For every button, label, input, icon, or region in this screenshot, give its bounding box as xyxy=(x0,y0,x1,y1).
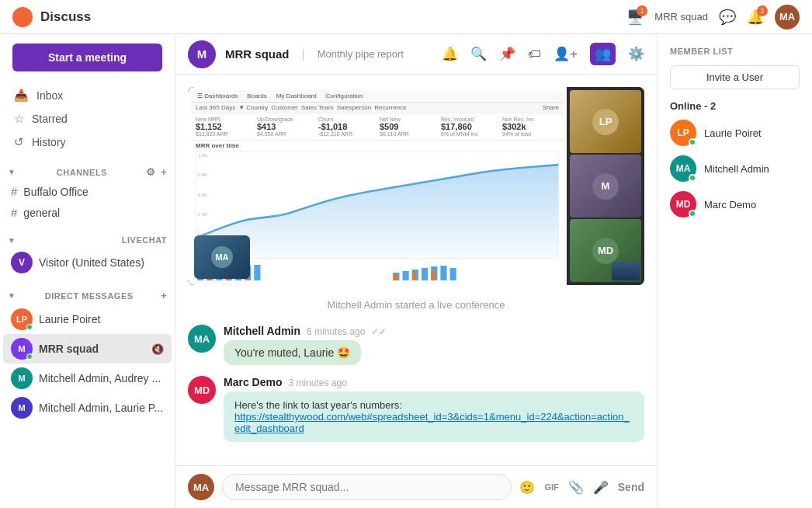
bar-chart-svg xyxy=(196,262,559,280)
dm-laurie-poiret[interactable]: LP Laurie Poiret xyxy=(3,304,172,334)
video-thumb-2: M xyxy=(570,155,641,217)
msg-text-marc: Here's the link to last year's numbers: xyxy=(234,399,402,411)
dm-collapse-icon[interactable]: ▼ xyxy=(8,291,16,300)
msg-link-marc[interactable]: https://stealthywood.com/web#spreadsheet… xyxy=(234,411,630,434)
sidebar-nav-label-history: History xyxy=(32,136,66,148)
channels-collapse-icon[interactable]: ▼ xyxy=(8,168,16,176)
channels-settings-icon[interactable]: ⚙ xyxy=(146,166,156,178)
filter-customer: Customer xyxy=(271,104,298,111)
livechat-visitor[interactable]: V Visitor (United States) xyxy=(3,248,172,277)
sidebar-nav-label-starred: Starred xyxy=(32,113,68,125)
message-marc: MD Marc Demo 3 minutes ago Here's the li… xyxy=(188,376,644,442)
member-avatar-laurie: LP xyxy=(670,120,696,146)
message-input-area: MA 🙂 GIF 📎 🎤 Send xyxy=(175,465,657,508)
user-avatar-header[interactable]: MA xyxy=(775,5,800,30)
dm-add-icon[interactable]: + xyxy=(161,290,167,301)
members-icon[interactable]: 👥 xyxy=(590,43,616,65)
svg-rect-11 xyxy=(403,271,409,280)
pin-icon[interactable]: 📌 xyxy=(499,46,515,62)
bell-icon[interactable]: 🔔 xyxy=(442,46,458,62)
channel-name-1: Buffalo Office xyxy=(23,186,88,198)
metric-updown: Up/Downgrade $413 $4,950 ARR xyxy=(257,117,314,137)
nav-my-dashboard[interactable]: My Dashboard xyxy=(273,92,320,100)
start-meeting-button[interactable]: Start a meeting xyxy=(12,43,162,71)
search-icon[interactable]: 🔍 xyxy=(470,46,487,62)
dm-mitchell-laurie[interactable]: M Mitchell Admin, Laurie P... xyxy=(3,393,172,423)
input-user-avatar: MA xyxy=(188,474,214,500)
sidebar-item-history[interactable]: ↺ History xyxy=(6,130,168,154)
main-body: Start a meeting 📥 Inbox ☆ Starred ↺ Hist… xyxy=(0,34,812,508)
svg-rect-17 xyxy=(393,274,397,280)
chat-icon[interactable]: 💬 xyxy=(719,9,736,26)
emoji-icon[interactable]: 🙂 xyxy=(519,480,535,495)
sidebar-item-inbox[interactable]: 📥 Inbox xyxy=(6,84,168,107)
visitor-name: Visitor (United States) xyxy=(39,256,144,269)
msg-bubble-mitchell: You're muted, Laurie 🤩 xyxy=(224,340,361,365)
attachment-icon[interactable]: 📎 xyxy=(568,480,584,495)
chat-messages: ☰ Dashboards Boards My Dashboard Configu… xyxy=(175,75,657,465)
message-input[interactable] xyxy=(222,474,512,500)
metric-churn: Churn -$1,018 -$12,210 ARR xyxy=(318,117,375,137)
msg-time-marc: 3 minutes ago xyxy=(288,378,346,388)
channels-add-icon[interactable]: + xyxy=(161,166,167,178)
send-button[interactable]: Send xyxy=(618,481,644,493)
msg-name-mitchell: Mitchell Admin xyxy=(224,325,300,337)
dm-actions: + xyxy=(161,290,167,301)
member-row-mitchell: MA Mitchell Admin xyxy=(670,155,800,182)
filter-recurrence: Recurrence xyxy=(374,104,406,111)
svg-rect-15 xyxy=(440,266,446,280)
channel-buffalo-office[interactable]: # Buffalo Office xyxy=(3,181,172,202)
dm-mrr-squad[interactable]: M MRR squad 🔇 xyxy=(3,334,172,364)
member-name-mitchell: Mitchell Admin xyxy=(704,163,769,175)
member-online-dot-laurie xyxy=(689,138,696,146)
thumb-avatar-3: MD xyxy=(592,238,619,264)
member-row-laurie: LP Laurie Poiret xyxy=(670,120,800,146)
hash-icon-2: # xyxy=(11,206,17,219)
msg-avatar-mitchell: MA xyxy=(188,325,216,353)
mrr-chart: 1.0K0.8K0.6K0.4K0.2K0 xyxy=(196,151,559,259)
header-right: 🖥️ 1 MRR squad 💬 🔔 2 MA xyxy=(626,5,800,30)
history-icon: ↺ xyxy=(14,135,24,149)
nav-configuration[interactable]: Configuration xyxy=(323,92,366,100)
member-avatar-marc: MD xyxy=(670,191,696,217)
input-actions: 🙂 GIF 📎 🎤 Send xyxy=(519,480,644,495)
share-btn[interactable]: Share xyxy=(543,104,559,111)
nav-boards[interactable]: Boards xyxy=(244,92,269,100)
msg-time-mitchell: 6 minutes ago xyxy=(307,326,365,337)
sidebar-item-starred[interactable]: ☆ Starred xyxy=(6,107,168,130)
dm-section-header: ▼ DIRECT MESSAGES + xyxy=(0,287,175,304)
monitor-badge: 1 xyxy=(637,5,647,16)
microphone-icon[interactable]: 🎤 xyxy=(593,480,609,495)
dm-mitchell-audrey[interactable]: M Mitchell Admin, Audrey ... xyxy=(3,364,172,393)
chat-header-actions: 🔔 🔍 📌 🏷 👤+ 👥 ⚙️ xyxy=(442,43,644,65)
dm-section: ▼ DIRECT MESSAGES + LP Laurie Poiret M M… xyxy=(0,287,175,423)
livechat-section: ▼ LIVECHAT V Visitor (United States) xyxy=(0,232,175,277)
msg-header-marc: Marc Demo 3 minutes ago xyxy=(224,376,644,388)
nav-dashboards[interactable]: ☰ Dashboards xyxy=(194,92,241,100)
dm-label: DIRECT MESSAGES xyxy=(45,291,134,301)
message-mitchell: MA Mitchell Admin 6 minutes ago ✓✓ You'r… xyxy=(188,325,644,365)
mute-icon: 🔇 xyxy=(151,343,164,355)
filter-country: ▼ Country xyxy=(238,104,268,111)
msg-content-mitchell: Mitchell Admin 6 minutes ago ✓✓ You're m… xyxy=(224,325,644,365)
gif-icon[interactable]: GIF xyxy=(544,482,558,492)
member-list-panel: MEMBER LIST Invite a User Online - 2 LP … xyxy=(657,34,812,508)
inbox-icon: 📥 xyxy=(14,89,29,103)
invite-user-button[interactable]: Invite a User xyxy=(670,65,800,89)
channels-section-header: ▼ CHANNELS ⚙ + xyxy=(0,163,175,181)
svg-rect-16 xyxy=(450,268,456,280)
monitor-icon[interactable]: 🖥️ 1 xyxy=(626,9,644,26)
settings-icon[interactable]: ⚙️ xyxy=(628,46,644,62)
tag-icon[interactable]: 🏷 xyxy=(528,47,541,62)
dm-name-laurie: Laurie Poiret xyxy=(39,313,100,325)
member-avatar-mitchell: MA xyxy=(670,155,696,182)
add-user-icon[interactable]: 👤+ xyxy=(553,46,578,62)
livechat-collapse-icon[interactable]: ▼ xyxy=(8,236,16,245)
notification-badge: 2 xyxy=(757,5,768,16)
sidebar-nav-label-inbox: Inbox xyxy=(36,89,63,102)
channel-general[interactable]: # general xyxy=(3,202,172,223)
notification-icon[interactable]: 🔔 2 xyxy=(747,9,764,26)
video-thumb-1: LP xyxy=(570,90,641,153)
member-online-dot-marc xyxy=(689,210,696,217)
metric-non-rec: Non Rec. Inv. $302k 94% of total xyxy=(502,117,559,137)
